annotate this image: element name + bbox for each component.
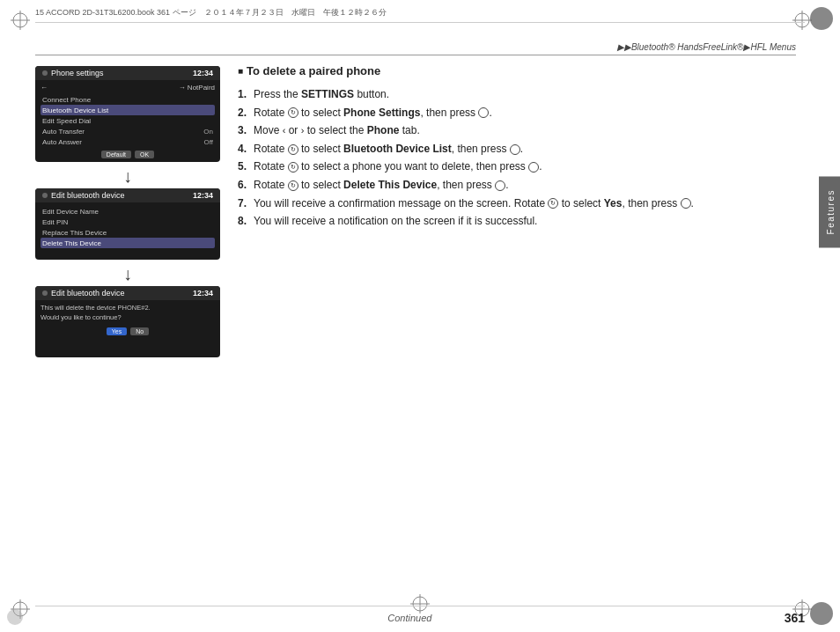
main-content: Phone settings 12:34 ← → NotPaird Connec…: [35, 57, 792, 588]
screen-1-title: Phone settings: [42, 69, 104, 77]
menu-edit-pin: Edit PIN: [41, 217, 215, 227]
header-file-info: 15 ACCORD 2D-31T3L6200.book 361 ページ ２０１４…: [35, 7, 805, 18]
screen-2-header: Edit bluetooth device 12:34: [35, 188, 220, 202]
footer: Continued 361: [35, 606, 805, 625]
screen-3: Edit bluetooth device 12:34 This will de…: [35, 286, 220, 357]
step-3: 3. Move ‹ or › to select the Phone tab.: [238, 122, 792, 139]
menu-item-speed-dial: Edit Speed Dial: [41, 115, 215, 126]
corner-circle-br: [810, 602, 833, 625]
ok-btn: OK: [135, 151, 154, 158]
top-header: 15 ACCORD 2D-31T3L6200.book 361 ページ ２０１４…: [35, 7, 805, 23]
step-1: 1. Press the SETTINGS button.: [238, 86, 792, 103]
screens-panel: Phone settings 12:34 ← → NotPaird Connec…: [35, 57, 220, 588]
breadcrumb: ▶▶Bluetooth® HandsFreeLink®▶HFL Menus: [617, 42, 796, 52]
menu-item-auto-transfer: Auto TransferOn: [41, 126, 215, 136]
screen-1-time: 12:34: [193, 69, 213, 77]
screen-1-header: Phone settings 12:34: [35, 66, 220, 80]
confirm-text: This will delete the device PHONE#2. Wou…: [41, 304, 215, 322]
arrow-1: ↓: [35, 167, 220, 185]
steps-list: 1. Press the SETTINGS button. 2. Rotate …: [238, 86, 792, 230]
screen-1: Phone settings 12:34 ← → NotPaird Connec…: [35, 66, 220, 162]
menu-item-connect: Connect Phone: [41, 94, 215, 105]
screen-1-nav: ← → NotPaird: [41, 84, 215, 92]
corner-crosshair-tl: [11, 11, 30, 33]
screen-3-buttons: Yes No: [41, 327, 215, 335]
instructions-panel: To delete a paired phone 1. Press the SE…: [238, 57, 792, 588]
step-8: 8. You will receive a notification on th…: [238, 213, 792, 230]
menu-delete: Delete This Device: [41, 238, 215, 248]
screen-1-body: ← → NotPaird Connect Phone Bluetooth Dev…: [35, 80, 220, 162]
arrow-2: ↓: [35, 265, 220, 283]
screen-2: Edit bluetooth device 12:34 Edit Device …: [35, 188, 220, 260]
section-title: To delete a paired phone: [238, 64, 792, 77]
menu-edit-name: Edit Device Name: [41, 206, 215, 217]
page-number: 361: [785, 611, 805, 625]
default-btn: Default: [101, 151, 131, 158]
yes-btn: Yes: [107, 327, 127, 335]
top-divider: [35, 55, 796, 55]
screen-dot-3: [42, 290, 48, 296]
screen-3-header: Edit bluetooth device 12:34: [35, 286, 220, 300]
menu-replace: Replace This Device: [41, 227, 215, 238]
screen-dot-2: [42, 193, 48, 198]
footer-continued: Continued: [35, 613, 785, 623]
screen-1-buttons: Default OK: [41, 151, 215, 158]
corner-circle-tr: [810, 7, 833, 30]
step-7: 7. You will receive a confirmation messa…: [238, 195, 792, 212]
menu-item-bt-list: Bluetooth Device List: [41, 105, 215, 115]
screen-2-time: 12:34: [193, 191, 213, 200]
step-5: 5. Rotate ↻ to select a phone you want t…: [238, 158, 792, 175]
screen-2-body: Edit Device Name Edit PIN Replace This D…: [35, 202, 220, 260]
step-2: 2. Rotate ↻ to select Phone Settings, th…: [238, 105, 792, 121]
corner-circle-bl: [7, 609, 23, 625]
screen-2-title: Edit bluetooth device: [42, 191, 125, 200]
screen-3-time: 12:34: [193, 289, 213, 298]
screen-3-body: This will delete the device PHONE#2. Wou…: [35, 300, 220, 357]
step-6: 6. Rotate ↻ to select Delete This Device…: [238, 177, 792, 194]
screen-dot: [42, 70, 48, 76]
no-btn: No: [130, 327, 149, 335]
screen-3-title: Edit bluetooth device: [42, 289, 125, 298]
step-4: 4. Rotate ↻ to select Bluetooth Device L…: [238, 141, 792, 158]
menu-item-auto-answer: Auto AnswerOff: [41, 136, 215, 147]
features-tab: Features: [819, 176, 840, 247]
